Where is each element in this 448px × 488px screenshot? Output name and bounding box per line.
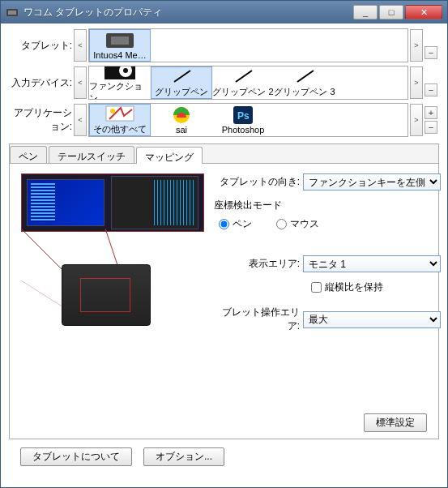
app-label: アプリケーション xyxy=(9,106,74,134)
app-add-button[interactable]: + xyxy=(425,106,437,119)
all-apps-icon xyxy=(105,105,135,122)
tablet-strip: Intuos4 Me… xyxy=(88,28,408,62)
tablet-item-label: Intuos4 Me… xyxy=(93,50,146,60)
tab-tail-switch[interactable]: テールスイッチ xyxy=(49,146,134,163)
app-item-sai[interactable]: sai xyxy=(151,104,212,136)
svg-line-7 xyxy=(174,71,190,82)
mapping-preview-pane xyxy=(21,173,204,341)
app-item-all[interactable]: その他すべて xyxy=(89,104,151,136)
svg-line-8 xyxy=(236,71,252,82)
pen-icon xyxy=(289,67,320,85)
tablet-scroll-right[interactable]: > xyxy=(410,29,423,62)
svg-rect-3 xyxy=(111,36,129,45)
window-buttons: _ □ ✕ xyxy=(353,5,442,19)
tool-selector-row: 入力デバイス < ファンクション グリップペン グリップペン 2 グリップペン xyxy=(9,66,439,100)
tablet-scroll-left[interactable]: < xyxy=(74,29,87,62)
pen-icon xyxy=(166,67,197,85)
mapping-settings-pane: タブレットの向き ファンクションキーを左側 座標検出モード ペン マウス 表示エ… xyxy=(214,173,441,341)
svg-text:Ps: Ps xyxy=(237,110,250,122)
tablet-area-select[interactable]: 最大 xyxy=(303,311,441,328)
options-button[interactable]: オブション... xyxy=(143,447,224,466)
pen-icon xyxy=(228,67,258,85)
tab-body: タブレットの向き ファンクションキーを左側 座標検出モード ペン マウス 表示エ… xyxy=(10,164,438,407)
app-item-label: Photoshop xyxy=(222,125,265,135)
tablet-remove-button[interactable]: − xyxy=(425,46,437,59)
tool-item-grip-pen-2[interactable]: グリップペン 2 xyxy=(212,66,274,99)
app-scroll-right[interactable]: > xyxy=(410,104,423,136)
mode-mouse-radio[interactable]: マウス xyxy=(276,217,319,231)
footer: タブレットについて オブション... xyxy=(9,439,439,474)
tool-item-grip-pen[interactable]: グリップペン xyxy=(151,66,212,99)
tool-remove-button[interactable]: − xyxy=(425,83,437,96)
aspect-ratio-label: 縦横比を保持 xyxy=(325,280,383,294)
svg-line-9 xyxy=(297,71,314,82)
tool-item-function[interactable]: ファンクション xyxy=(89,66,151,99)
monitor-preview[interactable] xyxy=(21,173,204,232)
svg-rect-1 xyxy=(8,11,16,15)
mode-mouse-label: マウス xyxy=(290,217,319,231)
app-icon xyxy=(6,6,19,19)
minimize-button[interactable]: _ xyxy=(353,5,378,19)
tool-item-label: グリップペン xyxy=(155,86,208,98)
mode-pen-radio[interactable]: ペン xyxy=(219,217,252,231)
app-item-label: その他すべて xyxy=(93,123,147,135)
app-selector-row: アプリケーション < その他すべて sai Ps Photoshop > + xyxy=(9,103,439,137)
maximize-button[interactable]: □ xyxy=(379,5,403,19)
tablet-label: タブレット xyxy=(9,39,74,53)
tool-scroll-left[interactable]: < xyxy=(74,66,87,99)
tablet-item[interactable]: Intuos4 Me… xyxy=(89,29,151,62)
tab-pen[interactable]: ペン xyxy=(10,146,47,163)
orientation-select[interactable]: ファンクションキーを左側 xyxy=(303,173,441,190)
tablet-selector-row: タブレット < Intuos4 Me… > − xyxy=(9,28,439,62)
tablet-preview[interactable] xyxy=(62,264,151,326)
tracking-mode-title: 座標検出モード xyxy=(214,199,441,212)
aspect-ratio-checkbox[interactable] xyxy=(311,282,322,293)
tool-item-label: グリップペン 2 xyxy=(212,86,273,98)
tool-label: 入力デバイス xyxy=(9,76,74,90)
app-remove-button[interactable]: − xyxy=(425,121,437,134)
app-item-photoshop[interactable]: Ps Photoshop xyxy=(212,104,274,136)
tablet-thumb-icon xyxy=(105,32,135,49)
photoshop-icon: Ps xyxy=(228,106,258,124)
content: タブレット < Intuos4 Me… > − 入力デバイス < ファンクショ xyxy=(1,24,447,482)
app-scroll-left[interactable]: < xyxy=(74,104,87,136)
app-strip: その他すべて sai Ps Photoshop xyxy=(88,103,408,137)
tab-bar: ペン テールスイッチ マッピング xyxy=(10,144,438,164)
tool-item-label: グリップペン 3 xyxy=(274,86,335,98)
app-item-label: sai xyxy=(176,125,187,135)
function-icon xyxy=(105,66,135,79)
display-area-label: 表示エリア xyxy=(214,257,303,271)
svg-point-6 xyxy=(123,68,128,73)
tracking-mode-group: 座標検出モード ペン マウス xyxy=(214,199,441,231)
tab-mapping[interactable]: マッピング xyxy=(136,147,203,164)
tool-strip: ファンクション グリップペン グリップペン 2 グリップペン 3 xyxy=(88,66,408,100)
tool-scroll-right[interactable]: > xyxy=(410,66,423,99)
mode-pen-label: ペン xyxy=(233,217,252,231)
orientation-label: タブレットの向き xyxy=(214,175,303,189)
window-title: ワコム タブレットのプロパティ xyxy=(23,6,353,19)
svg-point-11 xyxy=(110,109,115,113)
tablet-area-label: ブレット操作エリア xyxy=(214,306,303,333)
tab-container: ペン テールスイッチ マッピング タブ xyxy=(9,143,439,439)
tool-item-grip-pen-3[interactable]: グリップペン 3 xyxy=(274,66,335,99)
tool-item-label: ファンクション xyxy=(89,80,151,101)
display-area-select[interactable]: モニタ 1 xyxy=(303,255,441,272)
titlebar[interactable]: ワコム タブレットのプロパティ _ □ ✕ xyxy=(1,1,447,24)
about-tablet-button[interactable]: タブレットについて xyxy=(20,447,132,466)
default-settings-button[interactable]: 標準設定 xyxy=(364,413,427,432)
sai-icon xyxy=(166,106,197,124)
close-button[interactable]: ✕ xyxy=(405,5,442,19)
window: ワコム タブレットのプロパティ _ □ ✕ タブレット < Intuos4 Me… xyxy=(0,0,448,488)
